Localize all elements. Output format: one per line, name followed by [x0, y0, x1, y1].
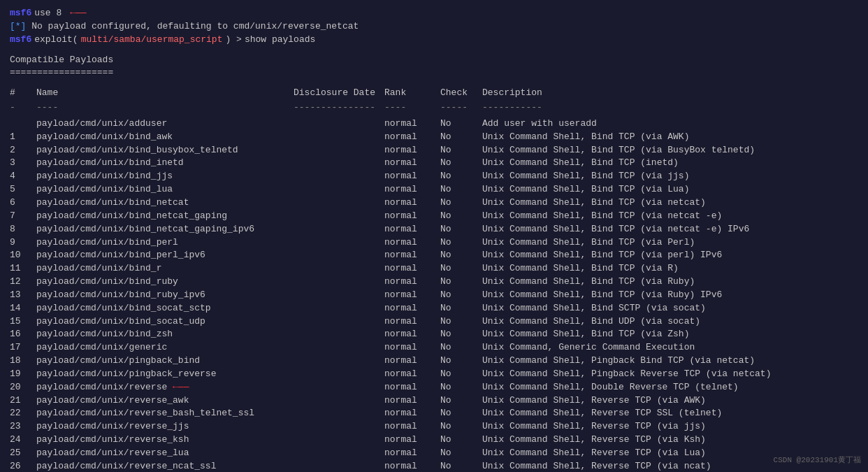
- table-row: 16payload/cmd/unix/bind_zshnormalNoUnix …: [10, 328, 858, 341]
- row-name: payload/cmd/unix/bind_perl_ipv6: [36, 249, 294, 262]
- info-bracket: [*]: [10, 21, 26, 31]
- watermark: CSDN @20231901黄丁福: [774, 455, 861, 466]
- row-check: No: [440, 447, 482, 460]
- row-check: No: [440, 434, 482, 447]
- row-desc: Unix Command Shell, Bind TCP (via netcat…: [482, 196, 858, 210]
- show-payloads-cmd: show payloads: [245, 34, 315, 47]
- prompt-msf6-1: msf6: [10, 7, 31, 20]
- payloads-table: # Name Disclosure Date Rank Check Descri…: [10, 87, 858, 472]
- row-check: No: [440, 302, 482, 315]
- table-row: 3payload/cmd/unix/bind_inetdnormalNoUnix…: [10, 157, 858, 170]
- div-check: -----: [440, 101, 482, 115]
- row-check: No: [440, 355, 482, 368]
- row-desc: Unix Command Shell, Bind TCP (via netcat…: [482, 210, 858, 223]
- div-rank: ----: [384, 101, 440, 115]
- col-header-desc: Description: [482, 87, 858, 100]
- row-date: [294, 434, 384, 447]
- table-row: 8payload/cmd/unix/bind_netcat_gaping_ipv…: [10, 223, 858, 236]
- row-date: [294, 302, 384, 315]
- row-check: No: [440, 368, 482, 381]
- row-date: [294, 460, 384, 472]
- row-rank: normal: [384, 341, 440, 355]
- table-row: 1payload/cmd/unix/bind_awknormalNoUnix C…: [10, 131, 858, 144]
- row-date: [294, 170, 384, 183]
- row-date: [294, 196, 384, 210]
- row-name: payload/cmd/unix/generic: [36, 341, 294, 355]
- row-num: 12: [10, 276, 36, 289]
- row-desc: Unix Command Shell, Double Reverse TCP (…: [482, 381, 858, 394]
- row-num: 17: [10, 341, 36, 355]
- row-rank: normal: [384, 131, 440, 144]
- row-name: payload/cmd/unix/adduser: [36, 117, 294, 131]
- row-rank: normal: [384, 420, 440, 434]
- row-desc: Unix Command Shell, Bind TCP (via Ruby) …: [482, 289, 858, 302]
- row-date: [294, 315, 384, 329]
- section-title-text: Compatible Payloads: [10, 54, 858, 67]
- row-name: payload/cmd/unix/bind_jjs: [36, 170, 294, 183]
- table-divider: - ---- --------------- ---- ----- ------…: [10, 101, 858, 115]
- row-num: 15: [10, 315, 36, 329]
- row-rank: normal: [384, 407, 440, 420]
- row-rank: normal: [384, 315, 440, 329]
- row-num: 14: [10, 302, 36, 315]
- row-desc: Unix Command Shell, Pingback Bind TCP (v…: [482, 355, 858, 368]
- section-title: Compatible Payloads ===================: [10, 54, 858, 80]
- exploit-command-line: msf6 exploit(multi/samba/usermap_script)…: [10, 34, 858, 47]
- use-cmd: use 8: [34, 7, 62, 20]
- row-name: payload/cmd/unix/reverse_lua: [36, 447, 294, 460]
- row-name: payload/cmd/unix/reverse_jjs: [36, 420, 294, 434]
- row-name: payload/cmd/unix/bind_zsh: [36, 328, 294, 341]
- table-row: 2payload/cmd/unix/bind_busybox_telnetdno…: [10, 144, 858, 157]
- row-name: payload/cmd/unix/bind_netcat_gaping_ipv6: [36, 223, 294, 236]
- table-rows: payload/cmd/unix/addusernormalNoAdd user…: [10, 117, 858, 472]
- row-rank: normal: [384, 289, 440, 302]
- row-num: 20: [10, 381, 36, 394]
- row-num: 5: [10, 183, 36, 196]
- row-name: payload/cmd/unix/reverse_ksh: [36, 434, 294, 447]
- row-date: [294, 183, 384, 196]
- row-rank: normal: [384, 328, 440, 341]
- row-check: No: [440, 289, 482, 302]
- row-name: payload/cmd/unix/bind_awk: [36, 131, 294, 144]
- row-name: payload/cmd/unix/bind_lua: [36, 183, 294, 196]
- row-desc: Unix Command Shell, Bind TCP (via netcat…: [482, 223, 858, 236]
- row-name: payload/cmd/unix/bind_busybox_telnetd: [36, 144, 294, 157]
- row-name: payload/cmd/unix/reverse_ncat_ssl: [36, 460, 294, 472]
- row-check: No: [440, 420, 482, 434]
- row-date: [294, 341, 384, 355]
- row-date: [294, 328, 384, 341]
- row-num: [10, 117, 36, 131]
- row-date: [294, 368, 384, 381]
- col-header-name: Name: [36, 87, 294, 100]
- row-rank: normal: [384, 196, 440, 210]
- row-check: No: [440, 381, 482, 394]
- row-rank: normal: [384, 210, 440, 223]
- row-rank: normal: [384, 170, 440, 183]
- row-rank: normal: [384, 394, 440, 408]
- row-name: payload/cmd/unix/bind_ruby_ipv6: [36, 289, 294, 302]
- table-row: 17payload/cmd/unix/genericnormalNoUnix C…: [10, 341, 858, 355]
- row-check: No: [440, 341, 482, 355]
- info-line: [*] No payload configured, defaulting to…: [10, 20, 858, 34]
- row-desc: Unix Command Shell, Bind TCP (via perl) …: [482, 249, 858, 262]
- row-desc: Unix Command Shell, Bind TCP (via Ruby): [482, 276, 858, 289]
- table-row: 22payload/cmd/unix/reverse_bash_telnet_s…: [10, 407, 858, 420]
- row-name: payload/cmd/unix/bind_socat_sctp: [36, 302, 294, 315]
- row-check: No: [440, 131, 482, 144]
- row-rank: normal: [384, 117, 440, 131]
- row-date: [294, 262, 384, 276]
- section-underline: ===================: [10, 66, 858, 80]
- row-desc: Unix Command Shell, Reverse TCP (via Ksh…: [482, 434, 858, 447]
- row-date: [294, 249, 384, 262]
- row-check: No: [440, 210, 482, 223]
- row-name: payload/cmd/unix/bind_netcat_gaping: [36, 210, 294, 223]
- terminal: msf6 use 8 ←—— [*] No payload configured…: [10, 7, 858, 472]
- table-row: 24payload/cmd/unix/reverse_kshnormalNoUn…: [10, 434, 858, 447]
- row-desc: Add user with useradd: [482, 117, 858, 131]
- row-check: No: [440, 249, 482, 262]
- row-check: No: [440, 223, 482, 236]
- row-rank: normal: [384, 434, 440, 447]
- row-num: 1: [10, 131, 36, 144]
- div-name: ----: [36, 101, 294, 115]
- row-num: 18: [10, 355, 36, 368]
